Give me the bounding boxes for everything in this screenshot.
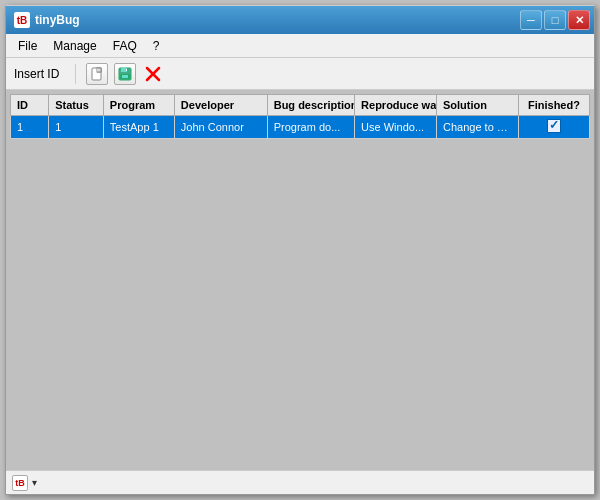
new-button[interactable] [86, 63, 108, 85]
save-icon [118, 67, 132, 81]
svg-rect-5 [122, 75, 128, 78]
maximize-button[interactable]: □ [544, 10, 566, 30]
table-row[interactable]: 11TestApp 1John ConnorProgram do...Use W… [11, 116, 590, 139]
col-header-finished: Finished? [518, 95, 589, 116]
app-icon: tB [14, 12, 30, 28]
bug-table: ID Status Program Developer Bug descript… [10, 94, 590, 139]
table-container: ID Status Program Developer Bug descript… [6, 90, 594, 470]
menu-help[interactable]: ? [145, 37, 168, 55]
col-header-id: ID [11, 95, 49, 116]
col-header-bugdesc: Bug description [267, 95, 354, 116]
col-header-developer: Developer [174, 95, 267, 116]
col-header-reproduce: Reproduce way [355, 95, 437, 116]
minimize-button[interactable]: ─ [520, 10, 542, 30]
window-title: tinyBug [35, 13, 80, 27]
insert-id-label: Insert ID [14, 67, 59, 81]
cell-developer: John Connor [174, 116, 267, 139]
delete-icon [145, 66, 161, 82]
cell-solution: Change to a... [437, 116, 519, 139]
col-header-status: Status [49, 95, 104, 116]
col-header-solution: Solution [437, 95, 519, 116]
status-app-icon: tB [12, 475, 28, 491]
cell-status: 1 [49, 116, 104, 139]
save-button[interactable] [114, 63, 136, 85]
toolbar: Insert ID [6, 58, 594, 90]
status-arrow: ▾ [32, 477, 37, 488]
delete-button[interactable] [142, 63, 164, 85]
table-header-row: ID Status Program Developer Bug descript… [11, 95, 590, 116]
new-icon [90, 67, 104, 81]
menu-manage[interactable]: Manage [45, 37, 104, 55]
col-header-program: Program [103, 95, 174, 116]
title-bar-left: tB tinyBug [14, 12, 80, 28]
menu-file[interactable]: File [10, 37, 45, 55]
title-bar-buttons: ─ □ ✕ [520, 10, 590, 30]
finished-checkbox[interactable] [547, 119, 561, 133]
title-bar: tB tinyBug ─ □ ✕ [6, 6, 594, 34]
main-window: tB tinyBug ─ □ ✕ File Manage FAQ ? Inser… [5, 5, 595, 495]
cell-finished[interactable] [518, 116, 589, 139]
status-bar: tB ▾ [6, 470, 594, 494]
toolbar-separator-1 [75, 64, 76, 84]
menu-faq[interactable]: FAQ [105, 37, 145, 55]
menu-bar: File Manage FAQ ? [6, 34, 594, 58]
cell-bug_description: Program do... [267, 116, 354, 139]
cell-reproduce_way: Use Windo... [355, 116, 437, 139]
cell-id: 1 [11, 116, 49, 139]
svg-rect-6 [126, 69, 127, 71]
close-button[interactable]: ✕ [568, 10, 590, 30]
cell-program: TestApp 1 [103, 116, 174, 139]
